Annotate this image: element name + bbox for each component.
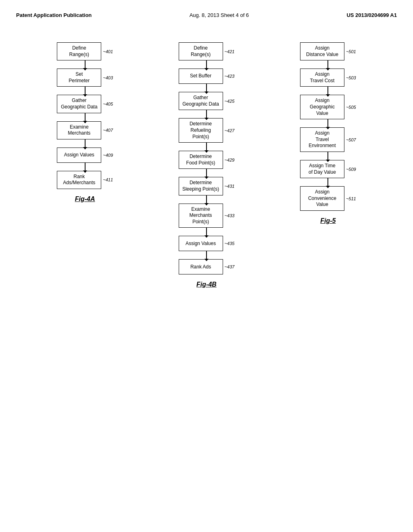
flowchart-box: GatherGeographic Data — [179, 92, 223, 110]
arrow-down — [85, 87, 86, 95]
flowchart-box: ExamineMerchants Point(s) — [179, 204, 223, 228]
arrow-down — [206, 169, 207, 177]
step-ref-label: ~425 — [225, 99, 235, 104]
header-right: US 2013/0204699 A1 — [346, 12, 397, 18]
header-left: Patent Application Publication — [16, 12, 92, 18]
flowchart-4a: DefineRange(s)~401SetPerimeter~403Gather… — [57, 42, 113, 203]
flowchart-box: DetermineFood Point(s) — [179, 151, 223, 169]
arrow-down — [327, 60, 328, 69]
step-ref-label: ~435 — [225, 241, 235, 246]
step-row: DefineRange(s)~421 — [179, 42, 235, 60]
flowchart-box: Assign Values — [57, 148, 101, 163]
arrow-down — [85, 60, 86, 69]
arrow-down — [206, 251, 207, 259]
flowchart-box: AssignDistance Value — [300, 42, 344, 60]
step-row: AssignConvenience Value~511 — [300, 186, 356, 211]
step-row: DefineRange(s)~401 — [57, 42, 113, 60]
step-ref-label: ~437 — [225, 264, 235, 269]
step-ref-label: ~403 — [103, 75, 113, 80]
flowchart-4b: DefineRange(s)~421Set Buffer~423GatherGe… — [179, 42, 235, 288]
step-row: AssignGeographic Value~505 — [300, 95, 356, 119]
step-row: DetermineFood Point(s)~429 — [179, 151, 235, 169]
flowchart-box: SetPerimeter — [57, 69, 101, 87]
step-row: RankAds/Merchants~411 — [57, 171, 113, 189]
arrow-down — [85, 163, 86, 171]
flowchart-box: DefineRange(s) — [179, 42, 223, 60]
arrow-down — [206, 60, 207, 69]
step-ref-label: ~501 — [346, 49, 356, 54]
flowchart-box: Assign Timeof Day Value — [300, 160, 344, 178]
step-ref-label: ~433 — [225, 213, 235, 218]
flowchart-5: AssignDistance Value~501AssignTravel Cos… — [300, 42, 356, 224]
header-center: Aug. 8, 2013 Sheet 4 of 6 — [190, 12, 249, 18]
page: Patent Application Publication Aug. 8, 2… — [0, 0, 413, 532]
step-row: AssignTravel Cost~503 — [300, 69, 356, 87]
flowchart-box: Assign Values — [179, 236, 223, 251]
step-row: Set Buffer~423 — [179, 69, 235, 84]
fig-label: Fig-5 — [320, 217, 336, 224]
step-row: Rank Ads~437 — [179, 259, 235, 274]
flowchart-box: Rank Ads — [179, 259, 223, 274]
arrow-down — [327, 178, 328, 186]
step-ref-label: ~511 — [346, 196, 356, 201]
flowchart-box: AssignConvenience Value — [300, 186, 344, 211]
fig-label: Fig-4A — [75, 195, 95, 203]
flowchart-box: AssignTravel Environment — [300, 127, 344, 152]
step-row: DetermineRefueling Point(s)~427 — [179, 118, 235, 143]
arrow-down — [85, 113, 86, 121]
step-ref-label: ~411 — [103, 177, 113, 182]
flowchart-box: AssignGeographic Value — [300, 95, 344, 119]
step-ref-label: ~423 — [225, 74, 235, 79]
step-ref-label: ~407 — [103, 128, 113, 133]
arrow-down — [206, 84, 207, 92]
step-ref-label: ~429 — [225, 158, 235, 162]
step-row: SetPerimeter~403 — [57, 69, 113, 87]
step-ref-label: ~503 — [346, 75, 356, 80]
flowchart-box: AssignTravel Cost — [300, 69, 344, 87]
step-row: Assign Values~435 — [179, 236, 235, 251]
arrow-down — [327, 87, 328, 95]
arrow-down — [327, 119, 328, 127]
step-ref-label: ~505 — [346, 105, 356, 110]
flowchart-box: DetermineRefueling Point(s) — [179, 118, 223, 143]
flowchart-box: ExamineMerchants — [57, 121, 101, 139]
step-ref-label: ~509 — [346, 167, 356, 172]
flowchart-box: RankAds/Merchants — [57, 171, 101, 189]
step-row: DetermineSleeping Point(s)~431 — [179, 177, 235, 195]
step-ref-label: ~421 — [225, 49, 235, 54]
flowchart-box: GatherGeographic Data — [57, 95, 101, 113]
step-row: GatherGeographic Data~405 — [57, 95, 113, 113]
step-row: Assign Timeof Day Value~509 — [300, 160, 356, 178]
arrow-down — [327, 152, 328, 160]
step-ref-label: ~507 — [346, 137, 356, 142]
step-ref-label: ~427 — [225, 128, 235, 133]
page-header: Patent Application Publication Aug. 8, 2… — [16, 12, 397, 18]
diagrams-container: DefineRange(s)~401SetPerimeter~403Gather… — [16, 42, 397, 288]
arrow-down — [206, 195, 207, 204]
flowchart-box: DetermineSleeping Point(s) — [179, 177, 223, 195]
flowchart-box: DefineRange(s) — [57, 42, 101, 60]
step-row: ExamineMerchants Point(s)~433 — [179, 204, 235, 228]
step-ref-label: ~405 — [103, 102, 113, 106]
step-ref-label: ~409 — [103, 153, 113, 158]
arrow-down — [206, 110, 207, 118]
fig-label: Fig-4B — [196, 281, 217, 288]
step-row: GatherGeographic Data~425 — [179, 92, 235, 110]
step-row: ExamineMerchants~407 — [57, 121, 113, 139]
step-ref-label: ~431 — [225, 184, 235, 189]
arrow-down — [206, 143, 207, 151]
step-row: Assign Values~409 — [57, 148, 113, 163]
step-ref-label: ~401 — [103, 49, 113, 54]
step-row: AssignDistance Value~501 — [300, 42, 356, 60]
arrow-down — [85, 139, 86, 148]
flowchart-box: Set Buffer — [179, 69, 223, 84]
arrow-down — [206, 228, 207, 236]
step-row: AssignTravel Environment~507 — [300, 127, 356, 152]
